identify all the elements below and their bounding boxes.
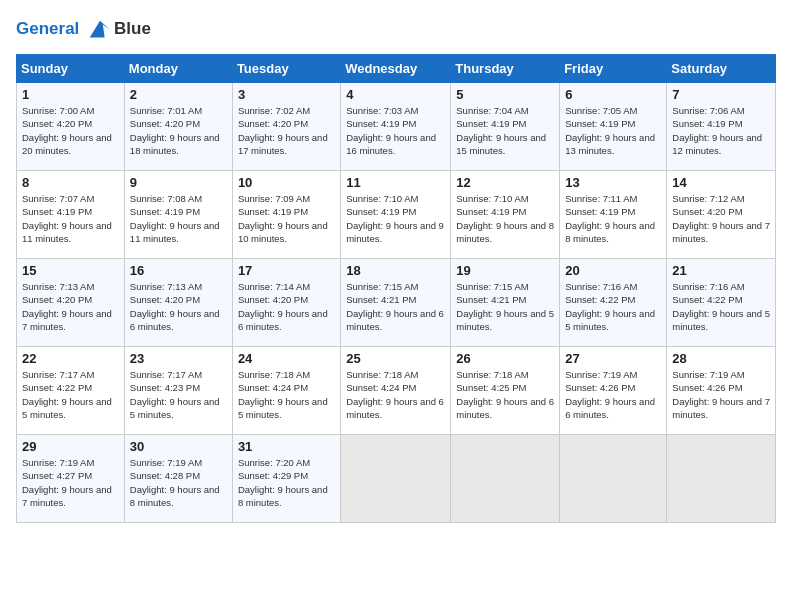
calendar-cell: 9 Sunrise: 7:08 AM Sunset: 4:19 PM Dayli…: [124, 171, 232, 259]
day-number: 25: [346, 351, 445, 366]
day-number: 28: [672, 351, 770, 366]
day-number: 9: [130, 175, 227, 190]
day-info: Sunrise: 7:04 AM Sunset: 4:19 PM Dayligh…: [456, 104, 554, 157]
day-info: Sunrise: 7:16 AM Sunset: 4:22 PM Dayligh…: [565, 280, 661, 333]
day-number: 10: [238, 175, 335, 190]
day-number: 13: [565, 175, 661, 190]
calendar-cell: 17 Sunrise: 7:14 AM Sunset: 4:20 PM Dayl…: [232, 259, 340, 347]
day-number: 30: [130, 439, 227, 454]
day-number: 26: [456, 351, 554, 366]
day-info: Sunrise: 7:19 AM Sunset: 4:26 PM Dayligh…: [672, 368, 770, 421]
day-number: 21: [672, 263, 770, 278]
day-info: Sunrise: 7:17 AM Sunset: 4:22 PM Dayligh…: [22, 368, 119, 421]
day-number: 8: [22, 175, 119, 190]
calendar-week-row: 1 Sunrise: 7:00 AM Sunset: 4:20 PM Dayli…: [17, 83, 776, 171]
day-info: Sunrise: 7:19 AM Sunset: 4:27 PM Dayligh…: [22, 456, 119, 509]
calendar-cell: 20 Sunrise: 7:16 AM Sunset: 4:22 PM Dayl…: [560, 259, 667, 347]
day-number: 19: [456, 263, 554, 278]
calendar-cell: 29 Sunrise: 7:19 AM Sunset: 4:27 PM Dayl…: [17, 435, 125, 523]
calendar-cell: 7 Sunrise: 7:06 AM Sunset: 4:19 PM Dayli…: [667, 83, 776, 171]
day-number: 3: [238, 87, 335, 102]
calendar-cell: 21 Sunrise: 7:16 AM Sunset: 4:22 PM Dayl…: [667, 259, 776, 347]
calendar-cell: 23 Sunrise: 7:17 AM Sunset: 4:23 PM Dayl…: [124, 347, 232, 435]
calendar-body: 1 Sunrise: 7:00 AM Sunset: 4:20 PM Dayli…: [17, 83, 776, 523]
calendar-cell: 16 Sunrise: 7:13 AM Sunset: 4:20 PM Dayl…: [124, 259, 232, 347]
calendar-cell: 11 Sunrise: 7:10 AM Sunset: 4:19 PM Dayl…: [341, 171, 451, 259]
calendar-cell: 5 Sunrise: 7:04 AM Sunset: 4:19 PM Dayli…: [451, 83, 560, 171]
calendar-cell: [560, 435, 667, 523]
weekday-header: Sunday: [17, 55, 125, 83]
day-number: 29: [22, 439, 119, 454]
calendar-cell: 28 Sunrise: 7:19 AM Sunset: 4:26 PM Dayl…: [667, 347, 776, 435]
calendar-cell: 18 Sunrise: 7:15 AM Sunset: 4:21 PM Dayl…: [341, 259, 451, 347]
day-info: Sunrise: 7:16 AM Sunset: 4:22 PM Dayligh…: [672, 280, 770, 333]
calendar-cell: 19 Sunrise: 7:15 AM Sunset: 4:21 PM Dayl…: [451, 259, 560, 347]
calendar-cell: 1 Sunrise: 7:00 AM Sunset: 4:20 PM Dayli…: [17, 83, 125, 171]
day-info: Sunrise: 7:20 AM Sunset: 4:29 PM Dayligh…: [238, 456, 335, 509]
calendar-cell: 25 Sunrise: 7:18 AM Sunset: 4:24 PM Dayl…: [341, 347, 451, 435]
calendar-week-row: 15 Sunrise: 7:13 AM Sunset: 4:20 PM Dayl…: [17, 259, 776, 347]
calendar-week-row: 29 Sunrise: 7:19 AM Sunset: 4:27 PM Dayl…: [17, 435, 776, 523]
day-number: 24: [238, 351, 335, 366]
svg-marker-0: [90, 21, 111, 38]
calendar-cell: 10 Sunrise: 7:09 AM Sunset: 4:19 PM Dayl…: [232, 171, 340, 259]
calendar-cell: 24 Sunrise: 7:18 AM Sunset: 4:24 PM Dayl…: [232, 347, 340, 435]
weekday-header: Monday: [124, 55, 232, 83]
day-info: Sunrise: 7:17 AM Sunset: 4:23 PM Dayligh…: [130, 368, 227, 421]
day-info: Sunrise: 7:19 AM Sunset: 4:26 PM Dayligh…: [565, 368, 661, 421]
day-number: 15: [22, 263, 119, 278]
calendar-cell: 30 Sunrise: 7:19 AM Sunset: 4:28 PM Dayl…: [124, 435, 232, 523]
logo-blue: Blue: [114, 19, 151, 38]
day-number: 7: [672, 87, 770, 102]
day-info: Sunrise: 7:06 AM Sunset: 4:19 PM Dayligh…: [672, 104, 770, 157]
day-info: Sunrise: 7:12 AM Sunset: 4:20 PM Dayligh…: [672, 192, 770, 245]
calendar-cell: [451, 435, 560, 523]
calendar-cell: 27 Sunrise: 7:19 AM Sunset: 4:26 PM Dayl…: [560, 347, 667, 435]
day-number: 22: [22, 351, 119, 366]
day-info: Sunrise: 7:05 AM Sunset: 4:19 PM Dayligh…: [565, 104, 661, 157]
day-info: Sunrise: 7:09 AM Sunset: 4:19 PM Dayligh…: [238, 192, 335, 245]
day-number: 2: [130, 87, 227, 102]
day-info: Sunrise: 7:10 AM Sunset: 4:19 PM Dayligh…: [346, 192, 445, 245]
day-info: Sunrise: 7:18 AM Sunset: 4:24 PM Dayligh…: [346, 368, 445, 421]
day-info: Sunrise: 7:14 AM Sunset: 4:20 PM Dayligh…: [238, 280, 335, 333]
calendar-cell: 4 Sunrise: 7:03 AM Sunset: 4:19 PM Dayli…: [341, 83, 451, 171]
weekday-header: Thursday: [451, 55, 560, 83]
calendar-cell: 26 Sunrise: 7:18 AM Sunset: 4:25 PM Dayl…: [451, 347, 560, 435]
calendar-cell: 22 Sunrise: 7:17 AM Sunset: 4:22 PM Dayl…: [17, 347, 125, 435]
day-info: Sunrise: 7:13 AM Sunset: 4:20 PM Dayligh…: [130, 280, 227, 333]
day-number: 11: [346, 175, 445, 190]
calendar-week-row: 22 Sunrise: 7:17 AM Sunset: 4:22 PM Dayl…: [17, 347, 776, 435]
weekday-header: Wednesday: [341, 55, 451, 83]
day-info: Sunrise: 7:08 AM Sunset: 4:19 PM Dayligh…: [130, 192, 227, 245]
day-info: Sunrise: 7:10 AM Sunset: 4:19 PM Dayligh…: [456, 192, 554, 245]
calendar-cell: 15 Sunrise: 7:13 AM Sunset: 4:20 PM Dayl…: [17, 259, 125, 347]
day-number: 18: [346, 263, 445, 278]
day-info: Sunrise: 7:18 AM Sunset: 4:25 PM Dayligh…: [456, 368, 554, 421]
day-info: Sunrise: 7:02 AM Sunset: 4:20 PM Dayligh…: [238, 104, 335, 157]
day-number: 1: [22, 87, 119, 102]
day-number: 14: [672, 175, 770, 190]
day-number: 16: [130, 263, 227, 278]
day-number: 31: [238, 439, 335, 454]
logo-bird-icon: [86, 16, 114, 44]
day-info: Sunrise: 7:13 AM Sunset: 4:20 PM Dayligh…: [22, 280, 119, 333]
calendar-cell: 8 Sunrise: 7:07 AM Sunset: 4:19 PM Dayli…: [17, 171, 125, 259]
day-number: 12: [456, 175, 554, 190]
day-number: 23: [130, 351, 227, 366]
day-number: 6: [565, 87, 661, 102]
calendar-header-row: SundayMondayTuesdayWednesdayThursdayFrid…: [17, 55, 776, 83]
weekday-header: Tuesday: [232, 55, 340, 83]
calendar-cell: 2 Sunrise: 7:01 AM Sunset: 4:20 PM Dayli…: [124, 83, 232, 171]
calendar-cell: [341, 435, 451, 523]
calendar-cell: 14 Sunrise: 7:12 AM Sunset: 4:20 PM Dayl…: [667, 171, 776, 259]
day-number: 20: [565, 263, 661, 278]
calendar-cell: 6 Sunrise: 7:05 AM Sunset: 4:19 PM Dayli…: [560, 83, 667, 171]
day-info: Sunrise: 7:03 AM Sunset: 4:19 PM Dayligh…: [346, 104, 445, 157]
day-info: Sunrise: 7:19 AM Sunset: 4:28 PM Dayligh…: [130, 456, 227, 509]
logo-general: General: [16, 19, 79, 38]
logo: General Blue: [16, 16, 151, 44]
day-info: Sunrise: 7:07 AM Sunset: 4:19 PM Dayligh…: [22, 192, 119, 245]
calendar-cell: 13 Sunrise: 7:11 AM Sunset: 4:19 PM Dayl…: [560, 171, 667, 259]
day-info: Sunrise: 7:15 AM Sunset: 4:21 PM Dayligh…: [456, 280, 554, 333]
